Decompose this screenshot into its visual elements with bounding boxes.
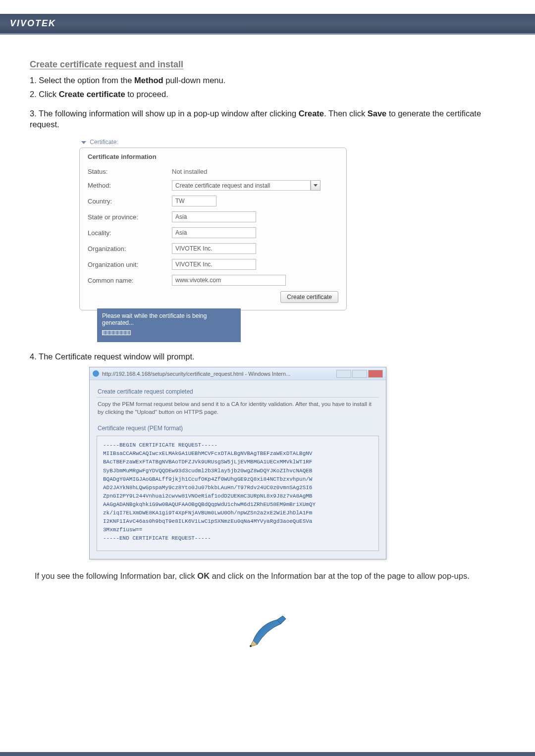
certificate-collapse-header[interactable]: Certificate:	[79, 139, 347, 146]
method-select-dropdown-button[interactable]	[311, 180, 321, 191]
step1-suffix: pull-down menu.	[163, 76, 226, 85]
step2-bold: Create certificate	[59, 90, 125, 99]
organization-input[interactable]	[172, 243, 256, 254]
footer-bar: 98 - User's Manual	[0, 752, 535, 756]
completed-label: Create certificate request completed	[97, 386, 379, 398]
step2-prefix: 2. Click	[30, 90, 59, 99]
pen-illustration-icon	[245, 614, 290, 649]
section-title: Create certificate request and install	[30, 59, 505, 70]
country-label: Country:	[88, 198, 172, 205]
common-name-label: Common name:	[88, 277, 172, 284]
status-label: Status:	[88, 168, 172, 175]
top-header: VIVOTEK	[0, 14, 535, 35]
step2-suffix: to proceed.	[125, 90, 168, 99]
method-select[interactable]: Create certificate request and install	[172, 180, 311, 191]
method-label: Method:	[88, 182, 172, 189]
step-4: 4. The Certificate request window will p…	[30, 351, 505, 362]
step-2: 2. Click Create certificate to proceed.	[30, 89, 505, 100]
orgunit-label: Organization unit:	[88, 261, 172, 268]
info-bar-note: If you see the following Information bar…	[35, 570, 500, 581]
maximize-button[interactable]	[352, 370, 367, 378]
certificate-panel-figure: Certificate: Certificate information Sta…	[79, 139, 505, 342]
step3-bold2: Save	[368, 109, 387, 118]
cert-info-title: Certificate information	[88, 153, 338, 160]
organization-label: Organization:	[88, 245, 172, 252]
progress-bar	[102, 330, 131, 335]
ie-favicon-icon	[93, 370, 99, 377]
window-title: http://192.168.4.168/setup/security/cert…	[102, 371, 336, 377]
pem-request-text[interactable]: -----BEGIN CERTIFICATE REQUEST----- MIIB…	[103, 441, 373, 543]
step3-mid: . Then click	[324, 109, 368, 118]
step3-bold1: Create	[299, 109, 324, 118]
step-1: 1. Select the option from the Method pul…	[30, 75, 505, 86]
state-label: State or province:	[88, 213, 172, 221]
brand-text: VIVOTEK	[10, 18, 56, 29]
step1-bold: Method	[134, 76, 163, 85]
please-wait-popup: Please wait while the certificate is bei…	[97, 308, 241, 342]
common-name-input[interactable]	[172, 275, 286, 286]
certificate-header-label: Certificate:	[90, 139, 118, 146]
status-value: Not installed	[172, 168, 208, 175]
after-suffix: and click on the Information bar at the …	[210, 571, 470, 580]
orgunit-input[interactable]	[172, 259, 256, 270]
footer-text: 98 - User's Manual	[0, 752, 535, 756]
certificate-request-window-figure: http://192.168.4.168/setup/security/cert…	[89, 367, 505, 559]
create-certificate-button[interactable]: Create certificate	[280, 291, 338, 303]
please-wait-text: Please wait while the certificate is bei…	[102, 312, 236, 326]
close-button[interactable]	[368, 370, 383, 378]
chevron-down-icon	[81, 141, 86, 144]
locality-input[interactable]	[172, 227, 256, 238]
window-titlebar: http://192.168.4.168/setup/security/cert…	[90, 367, 386, 380]
minimize-button[interactable]	[336, 370, 351, 378]
after-bold-ok: OK	[197, 571, 210, 580]
step1-prefix: 1. Select the option from the	[30, 76, 134, 85]
country-input[interactable]	[172, 196, 216, 206]
locality-label: Locality:	[88, 229, 172, 237]
pem-section-label: Certificate request (PEM format)	[97, 423, 379, 434]
after-prefix: If you see the following Information bar…	[35, 571, 197, 580]
state-input[interactable]	[172, 211, 256, 222]
step-3: 3. The following information will show u…	[30, 108, 505, 130]
chevron-down-icon	[314, 184, 318, 187]
svg-point-0	[250, 645, 252, 647]
step3-prefix: 3. The following information will show u…	[30, 109, 299, 118]
help-text: Copy the PEM format request below and se…	[97, 401, 379, 416]
